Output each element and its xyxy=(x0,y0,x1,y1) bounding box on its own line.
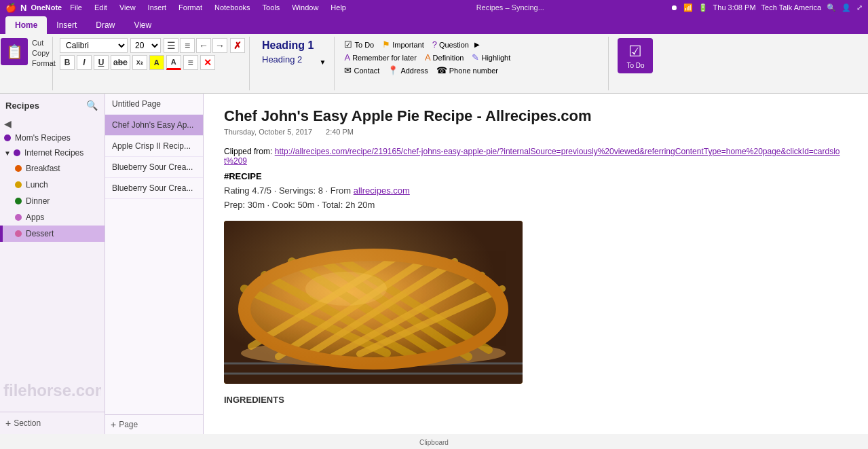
record-icon: ⏺ xyxy=(671,3,678,12)
dinner-color-dot xyxy=(15,198,22,204)
bullet-list-button[interactable]: ☰ xyxy=(164,38,178,53)
cut-button[interactable]: Cut xyxy=(31,38,57,48)
strikethrough-button[interactable]: abc xyxy=(111,55,130,70)
clipboard-label: Clipboard xyxy=(419,439,449,446)
clipped-url[interactable]: http://allrecipes.com/recipe/219165/chef… xyxy=(224,147,840,166)
onenote-icon: N xyxy=(20,3,26,13)
page-item-blueberry1[interactable]: Blueberry Sour Crea... xyxy=(105,157,203,178)
search-icon[interactable]: 🔍 xyxy=(827,3,836,12)
tags-row3: ✉ Contact 📍 Address ☎ Phone number xyxy=(341,64,604,77)
content-area[interactable]: Chef John's Easy Apple Pie Recipe - Allr… xyxy=(204,94,868,434)
contact-tag-label: Contact xyxy=(354,67,379,75)
menu-help[interactable]: Help xyxy=(326,3,350,12)
menu-format[interactable]: Format xyxy=(174,3,206,12)
recipe-times: Prep: 30m · Cook: 50m · Total: 2h 20m xyxy=(224,200,848,210)
tab-view[interactable]: View xyxy=(124,16,161,34)
subscript-button[interactable]: X₂ xyxy=(132,55,147,70)
indent-decrease-button[interactable]: ← xyxy=(196,38,211,53)
clear-format-button[interactable]: ✕ xyxy=(200,55,215,70)
tab-home[interactable]: Home xyxy=(5,16,47,34)
format-painter-button[interactable]: Format xyxy=(31,58,57,68)
indent-increase-button[interactable]: → xyxy=(212,38,227,53)
titlebar-left: 🍎 N OneNote File Edit View Insert Format… xyxy=(5,3,350,13)
page-item-blueberry2[interactable]: Blueberry Sour Crea... xyxy=(105,178,203,199)
font-size-select[interactable]: 20 xyxy=(130,38,161,53)
sidebar-item-breakfast[interactable]: Breakfast xyxy=(0,160,105,177)
allrecipes-link[interactable]: allrecipes.com xyxy=(354,185,410,196)
add-section-button[interactable]: + Section xyxy=(0,412,105,434)
svg-point-4 xyxy=(244,255,502,363)
tag-highlight[interactable]: ✎ Highlight xyxy=(469,51,513,64)
tag-question[interactable]: ? Question xyxy=(430,38,472,51)
todo-button-label: To Do xyxy=(626,62,644,69)
moms-recipes-color-dot xyxy=(4,134,11,141)
align-button[interactable]: ≡ xyxy=(183,55,198,70)
filehorse-watermark: filehorse.com xyxy=(3,381,101,399)
tag-important[interactable]: ⚑ Important xyxy=(379,38,426,51)
sidebar-item-dinner[interactable]: Dinner xyxy=(0,193,105,209)
user-icon[interactable]: 👤 xyxy=(842,3,851,12)
menu-tools[interactable]: Tools xyxy=(259,3,284,12)
sidebar-item-apps[interactable]: Apps xyxy=(0,209,105,226)
svg-line-10 xyxy=(305,262,455,357)
page-item-chef-john[interactable]: Chef John's Easy Ap... xyxy=(105,115,203,136)
tag-address[interactable]: 📍 Address xyxy=(385,64,430,77)
numbered-list-button[interactable]: ≡ xyxy=(180,38,195,53)
address-tag-label: Address xyxy=(400,67,428,75)
internet-recipes-chevron: ▼ xyxy=(4,149,11,157)
page-time: 2:40 PM xyxy=(326,128,354,136)
menu-notebooks[interactable]: Notebooks xyxy=(210,3,254,12)
titlebar-center: Recipes – Syncing... xyxy=(350,3,671,12)
copy-button[interactable]: Copy xyxy=(31,48,57,58)
breakfast-color-dot xyxy=(15,165,22,172)
page-item-untitled[interactable]: Untitled Page xyxy=(105,94,203,115)
tag-todo[interactable]: ☑ To Do xyxy=(341,38,377,51)
paste-button[interactable]: 📋 xyxy=(1,38,28,65)
sidebar-item-internet-recipes[interactable]: ▼ Internet Recipes xyxy=(0,145,105,160)
menu-edit[interactable]: Edit xyxy=(90,3,111,12)
todo-tag-label: To Do xyxy=(354,41,374,49)
fullscreen-icon[interactable]: ⤢ xyxy=(856,3,863,12)
font-color-button[interactable]: A xyxy=(166,55,181,70)
eraser-button[interactable]: ✗ xyxy=(230,38,245,53)
tab-draw[interactable]: Draw xyxy=(86,16,124,34)
page-title: Chef John's Easy Apple Pie Recipe - Allr… xyxy=(224,107,848,125)
sidebar-item-dessert[interactable]: Dessert xyxy=(0,226,105,242)
sidebar-item-lunch[interactable]: Lunch xyxy=(0,177,105,193)
svg-point-16 xyxy=(305,272,387,306)
menu-window[interactable]: Window xyxy=(288,3,322,12)
clipped-from: Clipped from: http://allrecipes.com/reci… xyxy=(224,147,848,166)
svg-line-5 xyxy=(292,262,441,357)
clipboard-group: 📋 Cut Copy Format Clipboard xyxy=(5,37,53,90)
menu-view[interactable]: View xyxy=(115,3,140,12)
clipped-from-label: Clipped from: xyxy=(224,147,272,156)
todo-button[interactable]: ☑ To Do xyxy=(618,38,653,73)
sidebar-search-button[interactable]: 🔍 xyxy=(84,98,99,113)
heading2-style[interactable]: Heading 2 xyxy=(257,53,319,66)
tab-insert[interactable]: Insert xyxy=(47,16,86,34)
underline-button[interactable]: U xyxy=(94,55,109,70)
bold-button[interactable]: B xyxy=(60,55,75,70)
sidebar-item-moms-recipes[interactable]: Mom's Recipes xyxy=(0,130,105,145)
menu-file[interactable]: File xyxy=(66,3,86,12)
add-page-button[interactable]: + Page xyxy=(105,414,203,434)
styles-group: Heading 1 Heading 2 ▼ xyxy=(252,37,335,90)
tag-definition[interactable]: A Definition xyxy=(422,51,467,64)
dinner-label: Dinner xyxy=(26,196,50,206)
highlight-button[interactable]: A xyxy=(149,55,164,70)
italic-button[interactable]: I xyxy=(77,55,92,70)
menu-insert[interactable]: Insert xyxy=(144,3,171,12)
tags-expand-arrow[interactable]: ▶ xyxy=(474,41,485,48)
heading1-style[interactable]: Heading 1 xyxy=(257,38,319,53)
list-buttons: ☰ ≡ ← → xyxy=(164,38,227,53)
add-section-label: Section xyxy=(14,418,41,428)
username: Tech Talk America xyxy=(761,3,821,12)
tag-remember[interactable]: A Remember for later xyxy=(341,51,419,64)
font-family-select[interactable]: Calibri xyxy=(60,38,128,53)
page-item-apple-crisp[interactable]: Apple Crisp II Recip... xyxy=(105,136,203,157)
back-arrow[interactable]: ◀ xyxy=(4,118,12,129)
tag-contact[interactable]: ✉ Contact xyxy=(341,64,382,77)
svg-line-11 xyxy=(278,258,428,357)
styles-expand-arrow[interactable]: ▼ xyxy=(319,58,330,66)
tag-phone[interactable]: ☎ Phone number xyxy=(434,64,501,77)
